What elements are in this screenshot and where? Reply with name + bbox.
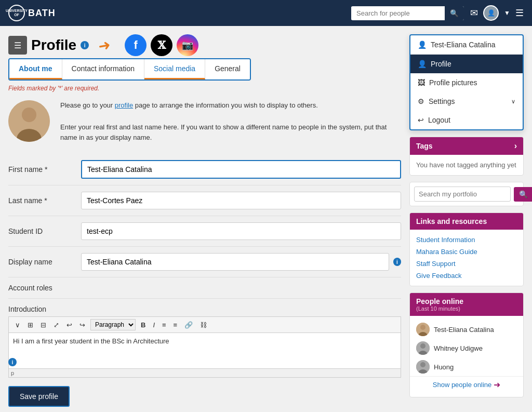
- toolbar-collapse-btn[interactable]: ∨: [13, 320, 22, 330]
- mail-icon[interactable]: ✉: [470, 7, 478, 19]
- facebook-icon[interactable]: f: [125, 34, 147, 56]
- svg-point-7: [420, 343, 425, 349]
- people-panel-title: People online: [416, 297, 517, 305]
- logo-bath-text: BATH: [28, 8, 56, 19]
- people-panel-header: People online (Last 10 minutes): [410, 293, 523, 316]
- arrow-indicator: ➜: [97, 36, 111, 55]
- person-avatar-3: [416, 360, 430, 374]
- dropdown-pictures-icon: 🖼: [418, 78, 425, 87]
- user-dropdown-menu: 👤 Test-Eliana Catalina 👤 Profile 🖼 Profi…: [409, 34, 524, 130]
- user-avatar-profile: [8, 100, 50, 142]
- page-info-icon[interactable]: i: [81, 41, 89, 49]
- profile-page-icon: ☰: [8, 36, 27, 55]
- people-panel-subtitle: (Last 10 minutes): [416, 305, 517, 312]
- link-student-information[interactable]: Student Information: [416, 234, 517, 246]
- person-item-3: Huong: [410, 357, 523, 376]
- chevron-down-icon[interactable]: ▼: [504, 9, 510, 17]
- tags-panel-arrow[interactable]: ›: [514, 141, 517, 151]
- portfolio-search-input[interactable]: [414, 187, 511, 202]
- toolbar-bold-btn[interactable]: B: [139, 320, 148, 330]
- tags-header-label: Tags: [416, 142, 433, 150]
- toolbar-undo-btn[interactable]: ↩: [64, 320, 74, 330]
- dropdown-settings-label: Settings: [429, 97, 455, 105]
- student-id-label: Student ID: [8, 227, 81, 235]
- hamburger-menu-icon[interactable]: ☰: [515, 7, 524, 19]
- profile-link[interactable]: profile: [115, 101, 133, 109]
- account-roles-label: Account roles: [8, 284, 81, 292]
- person-item-2: Whitney Udigwe: [410, 339, 523, 357]
- svg-point-1: [22, 108, 36, 122]
- svg-point-10: [420, 362, 425, 367]
- global-search-input[interactable]: [351, 7, 445, 20]
- last-name-input-wrapper: [81, 192, 401, 209]
- toolbar-link-btn[interactable]: 🔗: [182, 320, 195, 330]
- profile-tabs: About me Contact information Social medi…: [8, 58, 251, 81]
- last-name-input[interactable]: [81, 192, 401, 209]
- toolbar-redo-btn[interactable]: ↪: [77, 320, 87, 330]
- global-search-button[interactable]: 🔍: [445, 6, 464, 20]
- settings-chevron-icon: ∨: [511, 98, 515, 105]
- display-name-info-icon[interactable]: i: [393, 258, 401, 266]
- dropdown-item-profile-pictures[interactable]: 🖼 Profile pictures: [410, 73, 523, 92]
- link-mahara-basic-guide[interactable]: Mahara Basic Guide: [416, 246, 517, 258]
- toolbar-ol-btn[interactable]: ≡: [171, 320, 180, 330]
- global-search[interactable]: 🔍: [351, 6, 464, 20]
- dropdown-settings-icon: ⚙: [418, 97, 424, 105]
- first-name-label: First name *: [8, 165, 81, 174]
- link-give-feedback[interactable]: Give Feedback: [416, 270, 517, 282]
- toolbar-expand-btn[interactable]: ⤢: [51, 320, 61, 330]
- tab-social-media[interactable]: Social media: [144, 59, 205, 79]
- nav-icons-group: ✉ 👤 ▼ ☰: [470, 5, 524, 21]
- nav-right: 🔍 ✉ 👤 ▼ ☰: [351, 5, 524, 21]
- introduction-section: Introduction ∨ ⊞ ⊟ ⤢ ↩ ↪ Paragraph B I ≡…: [8, 305, 401, 378]
- required-fields-note: Fields marked by '*' are required.: [8, 85, 401, 92]
- people-panel-body: Test-Eliana Catalina Whitney Udigwe Huon…: [410, 316, 523, 397]
- first-name-input-wrapper: [81, 160, 401, 179]
- first-name-input[interactable]: [81, 160, 401, 179]
- dropdown-username-row: 👤 Test-Eliana Catalina: [410, 35, 523, 55]
- person-name-3[interactable]: Huong: [434, 363, 454, 371]
- link-staff-support[interactable]: Staff Support: [416, 258, 517, 270]
- last-name-field: Last name *: [8, 185, 401, 216]
- tags-panel-body: You have not tagged anything yet: [410, 155, 523, 175]
- toolbar-grid1-btn[interactable]: ⊞: [25, 320, 35, 330]
- profile-section: Please go to your profile page to arrang…: [8, 100, 401, 143]
- dropdown-item-logout[interactable]: ↩ Logout: [410, 111, 523, 129]
- page-title-row: ☰ Profile i ➜ f 𝕏 📷: [8, 34, 401, 56]
- person-name-1[interactable]: Test-Eliana Catalina: [434, 326, 494, 334]
- display-name-input[interactable]: [81, 253, 389, 271]
- tab-about-me[interactable]: About me: [9, 59, 62, 79]
- university-logo[interactable]: UNIVERSITYOF BATH: [8, 4, 50, 22]
- user-avatar-nav[interactable]: 👤: [483, 5, 499, 21]
- main-wrapper: ☰ Profile i ➜ f 𝕏 📷 About me Contact inf…: [0, 26, 532, 412]
- dropdown-item-profile[interactable]: 👤 Profile: [410, 55, 523, 73]
- tab-general[interactable]: General: [205, 59, 250, 79]
- portfolio-search-button[interactable]: 🔍: [514, 187, 532, 202]
- editor-toolbar: ∨ ⊞ ⊟ ⤢ ↩ ↪ Paragraph B I ≡ ≡ 🔗 ⛓: [8, 316, 401, 333]
- tab-contact-information[interactable]: Contact information: [62, 59, 144, 79]
- student-id-input[interactable]: [81, 222, 401, 240]
- person-name-2[interactable]: Whitney Udigwe: [434, 344, 483, 352]
- show-people-label: Show people online: [433, 381, 491, 389]
- toolbar-italic-btn[interactable]: I: [151, 320, 157, 330]
- instagram-icon[interactable]: 📷: [177, 34, 198, 56]
- save-profile-button[interactable]: Save profile: [8, 386, 70, 407]
- toolbar-format-select[interactable]: Paragraph: [90, 319, 136, 330]
- person-avatar-1: [416, 323, 430, 336]
- toolbar-ul-btn[interactable]: ≡: [160, 320, 168, 330]
- toolbar-unlink-btn[interactable]: ⛓: [198, 320, 209, 330]
- editor-content-area[interactable]: Hi I am a first year student in the BSc …: [8, 333, 401, 369]
- left-content: ☰ Profile i ➜ f 𝕏 📷 About me Contact inf…: [8, 34, 401, 407]
- logo-circle: UNIVERSITYOF: [8, 5, 25, 21]
- dropdown-pictures-label: Profile pictures: [429, 78, 477, 87]
- last-name-label: Last name *: [8, 196, 81, 205]
- links-panel-header: Links and resources: [410, 213, 523, 230]
- links-resources-panel: Links and resources Student Information …: [409, 212, 524, 286]
- dropdown-item-settings[interactable]: ⚙ Settings ∨: [410, 92, 523, 111]
- show-people-online-btn[interactable]: Show people online ➜: [410, 376, 523, 393]
- toolbar-grid2-btn[interactable]: ⊟: [38, 320, 48, 330]
- right-sidebar: 👤 Test-Eliana Catalina 👤 Profile 🖼 Profi…: [409, 34, 524, 407]
- display-name-field: Display name i: [8, 247, 401, 277]
- x-twitter-icon[interactable]: 𝕏: [151, 34, 172, 56]
- dropdown-user-icon: 👤: [418, 41, 427, 49]
